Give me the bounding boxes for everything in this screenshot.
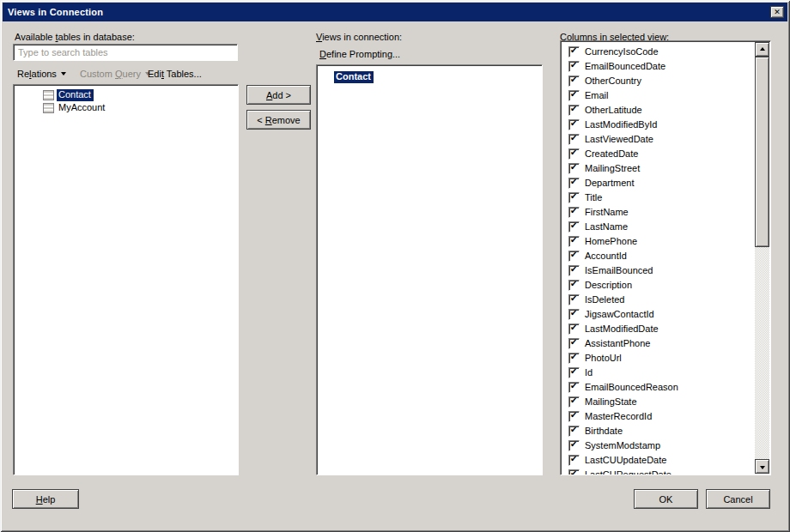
column-list-item[interactable]: MasterRecordId — [561, 409, 770, 424]
column-list-item[interactable]: EmailBouncedDate — [561, 59, 770, 74]
columns-scrollbar[interactable] — [755, 42, 769, 474]
column-list-item[interactable]: IsEmailBounced — [561, 263, 770, 278]
checkbox-icon[interactable] — [568, 46, 580, 57]
column-list-item[interactable]: OtherLatitude — [561, 103, 770, 118]
column-list-item[interactable]: Title — [561, 190, 770, 205]
help-button[interactable]: Help — [12, 489, 79, 509]
checkbox-icon[interactable] — [568, 76, 580, 87]
checkbox-icon[interactable] — [568, 440, 580, 451]
checkbox-icon[interactable] — [568, 236, 580, 247]
column-name: AssistantPhone — [585, 337, 650, 350]
checkbox-icon[interactable] — [568, 192, 580, 203]
views-list[interactable]: Contact — [316, 64, 543, 475]
column-list-item[interactable]: Id — [561, 366, 770, 380]
view-list-item[interactable]: Contact — [317, 70, 542, 83]
column-name: OtherCountry — [585, 75, 641, 88]
checkbox-icon[interactable] — [568, 178, 580, 189]
column-list-item[interactable]: LastViewedDate — [561, 132, 770, 147]
ok-button[interactable]: OK — [634, 489, 698, 509]
scrollbar-thumb[interactable] — [755, 57, 769, 247]
column-name: Title — [585, 191, 602, 204]
column-list-item[interactable]: EmailBouncedReason — [561, 380, 770, 395]
checkbox-icon[interactable] — [568, 396, 580, 408]
checkbox-icon[interactable] — [568, 338, 580, 349]
add-button[interactable]: Add > — [246, 85, 311, 105]
checkbox-icon[interactable] — [568, 280, 580, 291]
checkbox-icon[interactable] — [568, 61, 580, 72]
table-icon — [43, 90, 54, 100]
column-list-item[interactable]: HomePhone — [561, 234, 770, 249]
checkbox-icon[interactable] — [568, 411, 580, 422]
checkbox-icon[interactable] — [568, 309, 580, 320]
column-list-item[interactable]: PhotoUrl — [561, 351, 770, 366]
checkbox-icon[interactable] — [568, 353, 580, 364]
titlebar[interactable]: Views in Connection ✕ — [3, 3, 787, 21]
column-list-item[interactable]: LastCUUpdateDate — [561, 453, 770, 468]
column-list-item[interactable]: JigsawContactId — [561, 307, 770, 322]
edit-tables-button[interactable]: Edit Tables... — [148, 68, 202, 80]
checkbox-icon[interactable] — [568, 323, 580, 335]
views-in-connection-dialog: Views in Connection ✕ Available tables i… — [0, 0, 790, 532]
checkbox-icon[interactable] — [568, 163, 580, 174]
close-icon[interactable]: ✕ — [770, 6, 784, 18]
column-list-item[interactable]: OtherCountry — [561, 74, 770, 88]
column-name: MasterRecordId — [585, 410, 652, 423]
column-list-item[interactable]: IsDeleted — [561, 293, 770, 307]
table-list-item[interactable]: MyAccount — [14, 101, 238, 114]
triangle-down-icon — [760, 466, 765, 469]
table-icon — [43, 103, 54, 113]
column-list-item[interactable]: CurrencyIsoCode — [561, 45, 770, 59]
checkbox-icon[interactable] — [568, 105, 580, 116]
column-list-item[interactable]: AccountId — [561, 249, 770, 263]
column-list-item[interactable]: MailingStreet — [561, 161, 770, 176]
column-name: LastCUUpdateDate — [585, 454, 666, 467]
define-prompting-link[interactable]: Define Prompting... — [319, 48, 400, 60]
column-list-item[interactable]: LastCURequestDate — [561, 468, 770, 475]
column-list-item[interactable]: LastName — [561, 220, 770, 234]
columns-list[interactable]: CurrencyIsoCode EmailBouncedDate OtherCo… — [560, 40, 771, 475]
cancel-button[interactable]: Cancel — [706, 489, 770, 509]
column-name: IsDeleted — [585, 293, 624, 306]
column-list-item[interactable]: Department — [561, 176, 770, 190]
column-name: CreatedDate — [585, 148, 638, 160]
scroll-down-button[interactable] — [755, 459, 769, 474]
column-name: Description — [585, 279, 632, 292]
column-list-item[interactable]: LastModifiedById — [561, 118, 770, 132]
column-list-item[interactable]: CreatedDate — [561, 147, 770, 161]
checkbox-icon[interactable] — [568, 469, 580, 475]
column-name: CurrencyIsoCode — [585, 45, 659, 58]
checkbox-icon[interactable] — [568, 90, 580, 101]
column-list-item[interactable]: LastModifiedDate — [561, 322, 770, 336]
views-in-connection-label: Views in connection: — [316, 31, 402, 43]
column-list-item[interactable]: Birthdate — [561, 424, 770, 438]
column-name: Department — [585, 177, 634, 190]
column-list-item[interactable]: MailingState — [561, 395, 770, 409]
view-name: Contact — [334, 71, 374, 83]
column-list-item[interactable]: AssistantPhone — [561, 336, 770, 351]
checkbox-icon[interactable] — [568, 455, 580, 466]
relations-menu-button[interactable]: Relations — [17, 68, 66, 80]
remove-button[interactable]: < Remove — [246, 110, 311, 130]
search-input[interactable] — [13, 44, 238, 61]
checkbox-icon[interactable] — [568, 294, 580, 305]
checkbox-icon[interactable] — [568, 367, 580, 378]
column-list-item[interactable]: Email — [561, 88, 770, 103]
table-name: Contact — [57, 89, 94, 101]
checkbox-icon[interactable] — [568, 265, 580, 276]
available-tables-list[interactable]: Contact MyAccount — [13, 84, 239, 475]
scroll-up-button[interactable] — [755, 42, 769, 57]
column-list-item[interactable]: FirstName — [561, 205, 770, 220]
column-list-item[interactable]: Description — [561, 278, 770, 293]
checkbox-icon[interactable] — [568, 251, 580, 262]
chevron-down-icon — [61, 72, 66, 76]
checkbox-icon[interactable] — [568, 426, 580, 437]
checkbox-icon[interactable] — [568, 119, 580, 130]
checkbox-icon[interactable] — [568, 148, 580, 160]
table-list-item[interactable]: Contact — [14, 88, 238, 101]
checkbox-icon[interactable] — [568, 134, 580, 145]
column-list-item[interactable]: SystemModstamp — [561, 438, 770, 453]
checkbox-icon[interactable] — [568, 207, 580, 218]
checkbox-icon[interactable] — [568, 221, 580, 233]
checkbox-icon[interactable] — [568, 382, 580, 393]
column-name: HomePhone — [585, 235, 637, 248]
